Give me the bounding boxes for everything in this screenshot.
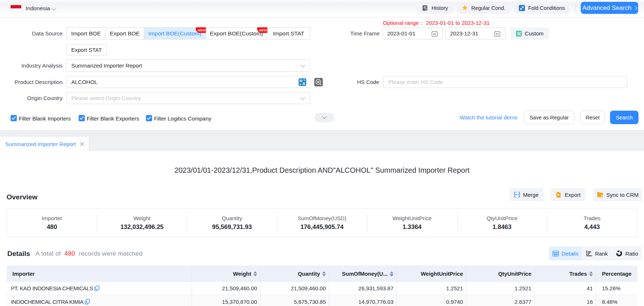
svg-text:⌘: ⌘ [516, 31, 521, 36]
svg-text:A: A [302, 81, 305, 86]
